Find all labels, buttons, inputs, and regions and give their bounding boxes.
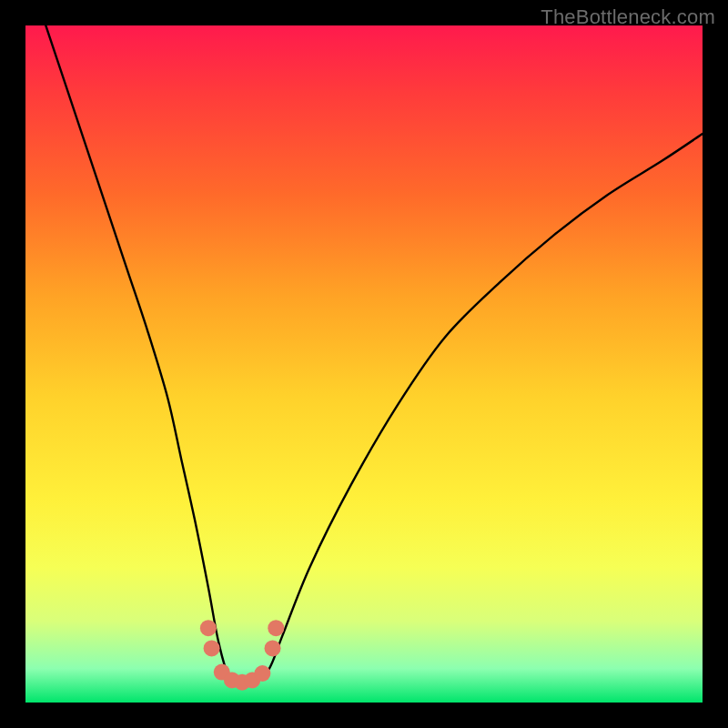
curve-marker bbox=[265, 640, 281, 656]
curve-marker bbox=[268, 620, 284, 636]
bottleneck-curve bbox=[46, 25, 703, 682]
curve-marker bbox=[204, 640, 220, 656]
watermark-text: TheBottleneck.com bbox=[541, 5, 715, 29]
curve-markers bbox=[200, 620, 284, 691]
curve-marker bbox=[254, 665, 270, 682]
chart-plot-area bbox=[25, 25, 703, 703]
curve-marker bbox=[200, 620, 217, 636]
chart-svg bbox=[25, 25, 703, 703]
